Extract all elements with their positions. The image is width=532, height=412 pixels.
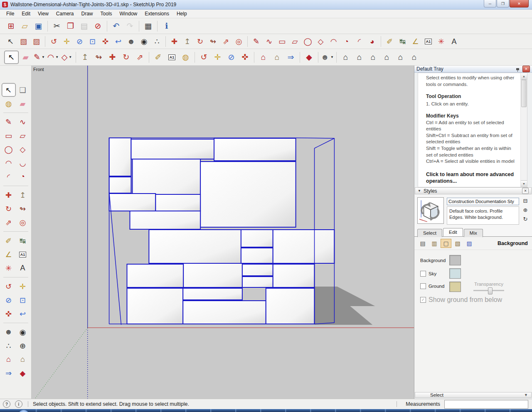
- dropdown-arrow-icon[interactable]: ▼: [330, 55, 334, 59]
- zoom-extents-button[interactable]: ✜: [99, 35, 112, 48]
- menu-tools[interactable]: Tools: [97, 10, 116, 17]
- zoom-button[interactable]: ⊘: [73, 35, 86, 48]
- shapes-button[interactable]: ◇▼: [60, 51, 74, 64]
- protractor-tool[interactable]: ∠: [2, 248, 16, 261]
- eraser-tool[interactable]: ▰: [16, 97, 30, 110]
- line-button[interactable]: ✎: [250, 35, 263, 48]
- zoom-extents-button[interactable]: ✜: [238, 51, 252, 64]
- tape-measure-button[interactable]: ✐: [151, 51, 165, 64]
- stone-block[interactable]: [131, 139, 214, 159]
- protractor-button[interactable]: ∠: [409, 35, 422, 48]
- section-plane-tool[interactable]: ⊕: [16, 339, 30, 353]
- zoom-button[interactable]: ⊘: [224, 51, 238, 64]
- stone-block[interactable]: [109, 138, 131, 176]
- move-tool[interactable]: ✚: [2, 188, 16, 202]
- push-pull-button[interactable]: ↥: [181, 35, 194, 48]
- pie-button[interactable]: ◔: [340, 35, 353, 48]
- freehand-button[interactable]: ∿: [263, 35, 276, 48]
- stone-block[interactable]: [155, 194, 200, 211]
- polygon-button[interactable]: ◇: [314, 35, 327, 48]
- offset-tool[interactable]: ◎: [16, 216, 30, 229]
- paint-bucket-tool[interactable]: ◍: [2, 97, 16, 110]
- 3d-text-tool[interactable]: A: [16, 261, 30, 275]
- style-thumbnail[interactable]: [417, 197, 444, 224]
- zoom-window-tool[interactable]: ⊡: [16, 293, 30, 307]
- stone-block[interactable]: [242, 277, 273, 287]
- scale-button[interactable]: ⇗: [219, 35, 232, 48]
- create-new-style-icon[interactable]: ⊕: [523, 207, 528, 213]
- scale-button[interactable]: ⇗: [133, 51, 147, 64]
- three-point-arc-button[interactable]: ◜: [353, 35, 366, 48]
- instructor-scrollbar[interactable]: ▲ ▼: [520, 73, 527, 187]
- rotate-button[interactable]: ↻: [119, 51, 133, 64]
- extension-manager-tool[interactable]: ◆: [16, 366, 30, 380]
- stone-block[interactable]: [266, 288, 315, 324]
- pan-tool[interactable]: ✛: [16, 280, 30, 293]
- 3d-warehouse-button[interactable]: ⌂: [256, 51, 270, 64]
- pan-button[interactable]: ✛: [211, 51, 224, 64]
- move-button[interactable]: ✚: [168, 35, 181, 48]
- drawing-canvas[interactable]: Front: [32, 66, 414, 399]
- circle-tool[interactable]: ◯: [2, 142, 16, 156]
- text-button[interactable]: A1: [422, 35, 435, 48]
- position-camera-tool[interactable]: ☻: [2, 325, 16, 339]
- menu-extensions[interactable]: Extensions: [141, 10, 173, 17]
- pin-icon[interactable]: [516, 68, 519, 70]
- scrollbar-thumb[interactable]: [521, 80, 527, 107]
- zoom-window-button[interactable]: ⊡: [86, 35, 99, 48]
- windows-taskbar[interactable]: [0, 409, 532, 412]
- share-model-tool[interactable]: ⇒: [2, 366, 16, 380]
- tray-close-button[interactable]: ✕: [522, 66, 530, 72]
- paint-bucket-button[interactable]: ◍: [179, 51, 192, 64]
- zoom-extents-tool[interactable]: ✜: [2, 307, 16, 321]
- axes-button[interactable]: ✳: [435, 35, 448, 48]
- select-tool[interactable]: ↖: [2, 83, 16, 97]
- view-front-button[interactable]: ⌂: [366, 51, 380, 64]
- modeling-settings-icon[interactable]: ▨: [464, 239, 475, 248]
- cut-button[interactable]: ✂: [50, 20, 64, 32]
- show-ground-checkbox[interactable]: ✓: [420, 297, 426, 303]
- offset-button[interactable]: ◎: [232, 35, 245, 48]
- stone-block[interactable]: [273, 230, 335, 263]
- stone-block[interactable]: [183, 263, 242, 287]
- zoom-tool[interactable]: ⊘: [2, 293, 16, 307]
- tab-mix[interactable]: Mix: [464, 229, 483, 237]
- arc-tool[interactable]: ◡: [16, 156, 30, 170]
- polygon-tool[interactable]: ◇: [16, 142, 30, 156]
- orbit-tool[interactable]: ↺: [2, 280, 16, 293]
- dropdown-arrow-icon[interactable]: ▼: [69, 55, 72, 59]
- background-color-swatch[interactable]: [449, 255, 461, 265]
- view-left-button[interactable]: ⌂: [407, 51, 421, 64]
- wall-bounding-edge[interactable]: [315, 138, 335, 148]
- line-button[interactable]: ✎▼: [32, 51, 46, 64]
- three-point-arc-tool[interactable]: ◜: [2, 170, 16, 184]
- follow-me-tool[interactable]: ↬: [16, 202, 30, 216]
- stone-block[interactable]: [127, 264, 184, 287]
- orbit-button[interactable]: ↺: [197, 51, 211, 64]
- share-model-button[interactable]: ⇒: [284, 51, 298, 64]
- follow-me-button[interactable]: ↬: [92, 51, 106, 64]
- sign-in-button[interactable]: ☻▼: [320, 51, 334, 64]
- zoom-previous-tool[interactable]: ↩: [16, 307, 30, 321]
- scroll-up-icon[interactable]: ▲: [521, 73, 527, 80]
- minimize-button[interactable]: ─: [484, 0, 496, 7]
- pie-filled-button[interactable]: ◕: [366, 35, 379, 48]
- ground-color-swatch[interactable]: [449, 282, 461, 292]
- transparency-slider[interactable]: [473, 290, 504, 291]
- tape-measure-button[interactable]: ✐: [383, 35, 396, 48]
- paste-button[interactable]: ▤: [77, 20, 91, 32]
- push-pull-tool[interactable]: ↥: [16, 188, 30, 202]
- tape-measure-tool[interactable]: ✐: [2, 234, 16, 248]
- close-button[interactable]: ✕: [510, 0, 529, 7]
- copy-button[interactable]: ❐: [64, 20, 77, 32]
- stone-block[interactable]: [109, 177, 131, 193]
- info-status-icon[interactable]: i: [15, 400, 22, 408]
- dropdown-arrow-icon[interactable]: ▼: [55, 55, 59, 59]
- rectangle-button[interactable]: ▭: [276, 35, 288, 48]
- extension-manager-button[interactable]: ◆: [302, 51, 316, 64]
- stone-block[interactable]: [214, 138, 296, 161]
- start-orb-icon[interactable]: [18, 410, 29, 412]
- ground-checkbox[interactable]: [420, 283, 426, 289]
- line-tool[interactable]: ✎: [2, 115, 16, 129]
- stone-block[interactable]: [109, 194, 156, 211]
